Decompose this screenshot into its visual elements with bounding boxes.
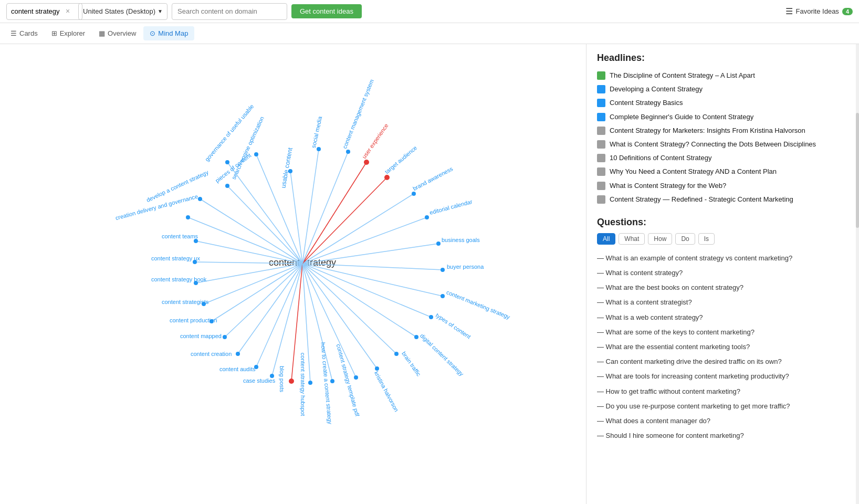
label-ux2[interactable]: user experience [361, 122, 390, 160]
country-label: United States (Desktop) [83, 7, 155, 15]
question-12[interactable]: — Should I hire someone for content mark… [597, 428, 848, 443]
label-marketing[interactable]: content marketing strategy [446, 289, 511, 320]
dot-governance [225, 160, 229, 164]
question-1[interactable]: — What is content strategy? [597, 266, 848, 280]
question-7[interactable]: — Can content marketing drive the desire… [597, 354, 848, 369]
label-book[interactable]: content strategy book [151, 276, 207, 282]
label-content-creation[interactable]: content creation [191, 351, 232, 357]
list-icon: ☰ [785, 6, 793, 16]
headline-item-5[interactable]: What is Content Strategy? Connecting the… [597, 138, 848, 151]
headline-item-3[interactable]: Complete Beginner's Guide to Content Str… [597, 110, 848, 124]
question-11[interactable]: — What does a content manager do? [597, 414, 848, 428]
question-9[interactable]: — How to get traffic without content mar… [597, 384, 848, 399]
question-10[interactable]: — Do you use re-purpose content marketin… [597, 399, 848, 414]
label-cms[interactable]: content management system [341, 78, 375, 149]
headline-item-9[interactable]: Content Strategy — Redefined - Strategic… [597, 193, 848, 206]
label-kristina[interactable]: kristina halvorson [373, 370, 400, 413]
dot-blog-posts [289, 379, 294, 384]
label-blog-posts[interactable]: blog posts [279, 366, 285, 393]
label-types[interactable]: types of content [435, 312, 472, 340]
country-selector[interactable]: United States (Desktop) ▼ [78, 3, 167, 20]
edge-audits [256, 264, 302, 367]
tab-cards[interactable]: ☰ Cards [4, 26, 44, 40]
headline-item-4[interactable]: Content Strategy for Marketers: Insights… [597, 124, 848, 138]
tab-overview-label: Overview [108, 29, 136, 37]
filter-all[interactable]: All [597, 233, 615, 245]
label-social[interactable]: social media [310, 116, 323, 149]
question-5[interactable]: — What are some of the keys to content m… [597, 325, 848, 340]
mindmap-area[interactable]: content strategy usable content search e… [0, 44, 586, 504]
filter-what[interactable]: What [619, 233, 645, 245]
edge-social [302, 149, 319, 264]
scroll-thumb[interactable] [856, 113, 859, 228]
edge-develop [200, 199, 302, 264]
dot-mapped [223, 335, 227, 339]
label-target[interactable]: target audience [384, 144, 418, 175]
question-6[interactable]: — What are the essential content marketi… [597, 340, 848, 354]
dot-digital [414, 335, 418, 339]
dot-how-to-create [330, 379, 334, 383]
overview-icon: ▦ [99, 29, 105, 37]
label-ux[interactable]: content strategy ux [151, 255, 200, 261]
label-content-teams[interactable]: content teams [162, 233, 198, 239]
label-business[interactable]: business goals [442, 237, 480, 243]
edge-marketing [302, 264, 443, 296]
label-case-studies[interactable]: case studies [243, 377, 276, 384]
label-buyer[interactable]: buyer persona [447, 264, 484, 270]
favorite-label: Favorite Ideas [796, 7, 839, 15]
label-template[interactable]: content strategy template pdf [336, 343, 361, 417]
question-3[interactable]: — What is a content strategist? [597, 295, 848, 310]
label-mapped[interactable]: content mapped [180, 333, 222, 339]
label-editorial[interactable]: editorial calendar [429, 198, 473, 216]
dot-hubspot [308, 381, 312, 385]
label-strategists[interactable]: content strategists [162, 299, 209, 305]
question-8[interactable]: — What are tools for increasing content … [597, 369, 848, 384]
label-audits[interactable]: content audits [219, 366, 256, 372]
question-4[interactable]: — What is a web content strategy? [597, 310, 848, 325]
headline-item-2[interactable]: Content Strategy Basics [597, 96, 848, 110]
filter-do[interactable]: Do [675, 233, 695, 245]
label-digital[interactable]: digital content strategy [419, 332, 465, 377]
label-hubspot[interactable]: content strategy hubspot [300, 353, 306, 416]
headline-item-6[interactable]: 10 Definitions of Content Strategy [597, 151, 848, 165]
question-0[interactable]: — What is an example of content strategy… [597, 251, 848, 266]
headline-item-0[interactable]: The Discipline of Content Strategy – A L… [597, 69, 848, 82]
headline-item-1[interactable]: Developing a Content Strategy [597, 82, 848, 96]
header: × United States (Desktop) ▼ Get content … [0, 0, 859, 23]
label-brain-traffic[interactable]: brain traffic [401, 350, 422, 377]
filter-how[interactable]: How [648, 233, 672, 245]
tab-bar: ☰ Cards ⊞ Explorer ▦ Overview ⊙ Mind Map [0, 23, 859, 44]
filter-is[interactable]: Is [698, 233, 715, 245]
label-how-to-create[interactable]: how to create a content strategy [320, 342, 333, 424]
get-ideas-button[interactable]: Get content ideas [291, 4, 362, 18]
edge-business [302, 244, 438, 264]
favicon-6 [597, 154, 605, 162]
clear-icon[interactable]: × [66, 7, 70, 15]
label-production[interactable]: content production [170, 317, 217, 323]
dot-marketing [441, 294, 445, 298]
favicon-3 [597, 113, 605, 121]
questions-section: Questions: All What How Do Is — What is … [597, 217, 848, 443]
tab-mindmap[interactable]: ⊙ Mind Map [143, 26, 194, 40]
tab-explorer[interactable]: ⊞ Explorer [45, 26, 91, 40]
favicon-5 [597, 140, 605, 149]
dot-buyer [441, 268, 445, 272]
edge-cms [302, 152, 348, 264]
question-2[interactable]: — What are the best books on content str… [597, 280, 848, 295]
question-filters: All What How Do Is [597, 233, 848, 245]
headline-item-8[interactable]: What is Content Strategy for the Web? [597, 179, 848, 193]
favorite-ideas-button[interactable]: ☰ Favorite Ideas 4 [785, 6, 853, 16]
search-input[interactable] [6, 3, 82, 20]
favicon-7 [597, 167, 605, 176]
tab-cards-label: Cards [19, 29, 38, 37]
headline-item-7[interactable]: Why You Need a Content Strategy AND a Co… [597, 165, 848, 178]
dot-creation [186, 215, 190, 219]
label-brand[interactable]: brand awareness [412, 165, 454, 192]
favicon-4 [597, 127, 605, 135]
mindmap-svg: content strategy usable content search e… [0, 44, 586, 504]
favorite-count-badge: 4 [842, 8, 853, 15]
domain-search-input[interactable] [172, 3, 287, 20]
questions-title: Questions: [597, 217, 848, 228]
tab-overview[interactable]: ▦ Overview [92, 26, 142, 40]
main-content: content strategy usable content search e… [0, 44, 859, 504]
